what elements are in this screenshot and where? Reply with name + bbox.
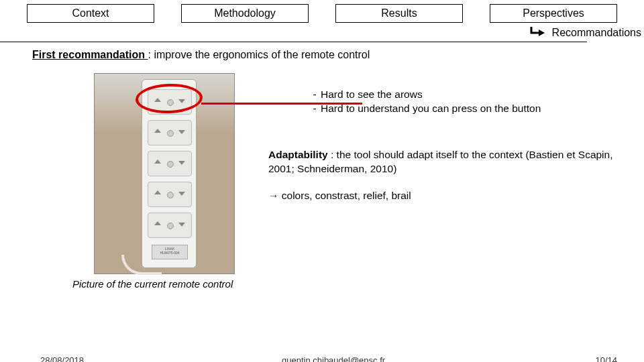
adaptability-paragraph: Adaptability : the tool should adapt its… — [268, 148, 617, 176]
bullet-text: Hard to see the arows — [321, 88, 423, 102]
issue-bullets: -Hard to see the arows -Hard to understa… — [309, 88, 541, 116]
list-item: -Hard to understand you can press on the… — [309, 102, 541, 116]
main-content: LINAK HLW075-004 Picture of the current … — [0, 61, 644, 302]
subheader-text: Recommandations — [552, 27, 641, 38]
subheader: Recommandations — [0, 23, 644, 42]
footer-email: quentin.chibaudel@ensc.fr — [282, 355, 385, 362]
corner-arrow-icon — [530, 27, 545, 40]
tab-context[interactable]: Context — [27, 4, 154, 23]
conclusion-line: → colors, constrast, relief, brail — [268, 190, 411, 202]
remote-button-2 — [148, 120, 192, 145]
nav-tabs: Context Methodology Results Perspectives — [0, 0, 644, 23]
first-recommendation: First recommandation : improve the ergon… — [0, 49, 644, 61]
footer-date: 28/08/2018 — [40, 355, 84, 362]
first-rec-lead: First recommandation — [32, 49, 148, 60]
tab-perspectives[interactable]: Perspectives — [490, 4, 617, 23]
remote-figure: LINAK HLW075-004 — [94, 73, 235, 274]
bullet-text: Hard to understand you can press on the … — [321, 102, 541, 116]
figure-caption: Picture of the current remote control — [72, 278, 233, 290]
remote-button-3 — [148, 151, 192, 176]
remote-cable — [121, 255, 162, 275]
divider — [0, 42, 587, 42]
footer-page: 10/14 — [595, 355, 617, 362]
tab-results[interactable]: Results — [335, 4, 463, 23]
list-item: -Hard to see the arows — [309, 88, 541, 102]
adaptability-label: Adaptability — [268, 149, 328, 160]
remote-button-4 — [148, 182, 192, 207]
tab-methodology[interactable]: Methodology — [181, 4, 309, 23]
first-rec-rest: : improve the ergonomics of the remote c… — [148, 49, 370, 60]
remote-button-5 — [148, 213, 192, 238]
